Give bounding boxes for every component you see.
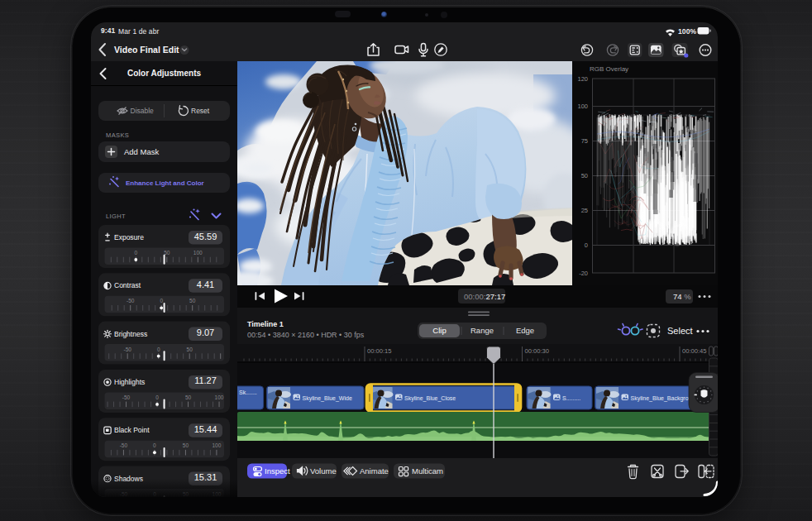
svg-text:-50: -50 [127, 298, 135, 304]
svg-text:Skyline_Blue_Backgroun: Skyline_Blue_Backgroun [631, 395, 695, 402]
svg-text:50: 50 [183, 442, 189, 448]
svg-text:0: 0 [160, 298, 163, 304]
svg-text:50: 50 [185, 394, 192, 400]
svg-text:100: 100 [193, 250, 203, 256]
svg-text:Edge: Edge [516, 326, 534, 335]
svg-text:Skyline_Blue_Wide: Skyline_Blue_Wide [303, 395, 352, 402]
svg-text:Volume: Volume [310, 466, 337, 476]
svg-text:Multicam: Multicam [412, 466, 443, 476]
svg-text:Animate: Animate [360, 466, 389, 476]
svg-text:100: 100 [577, 103, 588, 110]
svg-text:100: 100 [212, 442, 221, 448]
svg-text:Sk.......: Sk....... [239, 390, 257, 395]
svg-text:00:00:15: 00:00:15 [367, 347, 392, 355]
svg-text:Clip: Clip [432, 326, 446, 335]
svg-text:RGB Overlay: RGB Overlay [590, 65, 628, 73]
svg-text:-20: -20 [579, 270, 588, 277]
svg-text:25: 25 [581, 207, 588, 214]
svg-text:0: 0 [585, 241, 588, 249]
svg-text:0: 0 [157, 347, 160, 352]
svg-text:75: 75 [581, 137, 588, 145]
svg-text:120: 120 [577, 75, 588, 83]
svg-text:-50: -50 [120, 442, 128, 448]
svg-text:-50: -50 [122, 394, 131, 400]
svg-text:Range: Range [470, 326, 494, 335]
svg-text:0: 0 [155, 394, 159, 400]
svg-text:50: 50 [164, 250, 170, 256]
svg-text:Skyline_Blue_Close: Skyline_Blue_Close [404, 395, 456, 402]
svg-text:50: 50 [187, 347, 193, 352]
svg-text:Select: Select [667, 326, 693, 336]
svg-text:0: 0 [153, 442, 156, 448]
svg-text:00:00:45: 00:00:45 [682, 347, 707, 355]
svg-text:100: 100 [215, 394, 224, 400]
svg-text:Inspect: Inspect [265, 466, 290, 476]
svg-text:50: 50 [189, 298, 196, 304]
svg-text:50: 50 [581, 172, 588, 179]
svg-text:S.........: S......... [562, 395, 580, 401]
svg-text:74 %: 74 % [673, 292, 691, 301]
svg-text:0: 0 [134, 250, 137, 256]
svg-text:-50: -50 [123, 347, 131, 352]
svg-text:00:00:27:17: 00:00:27:17 [464, 292, 505, 301]
svg-text:00:00:30: 00:00:30 [525, 347, 550, 355]
